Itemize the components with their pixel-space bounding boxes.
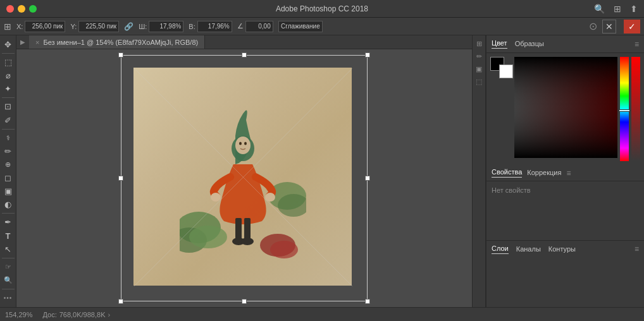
properties-content: Нет свойств [486, 181, 644, 199]
handle-top-center[interactable] [242, 52, 247, 58]
canvas-area[interactable]: ▶ × Без имени–1 @ 154% (E8faf79XoAMjqJi,… [16, 35, 472, 307]
h-label: В: [189, 23, 195, 30]
snap-icon[interactable]: ⊙ [589, 20, 597, 32]
color-gradient-picker[interactable] [514, 57, 617, 158]
right-tool-3[interactable]: ▣ [473, 63, 485, 75]
tool-gradient[interactable]: ▣ [1, 185, 15, 198]
tab-properties[interactable]: Свойства [492, 168, 522, 178]
transform-icon: ⊞ [4, 21, 11, 32]
w-field-group: Ш: [139, 21, 183, 32]
tool-brush[interactable]: ✏ [1, 145, 15, 158]
tool-eraser[interactable]: ◻ [1, 171, 15, 185]
tab-scroll-left[interactable]: ▶ [16, 35, 29, 49]
share-icon[interactable]: ⬆ [630, 4, 638, 14]
x-input[interactable] [25, 21, 65, 32]
svg-point-10 [244, 142, 247, 145]
handle-top-right[interactable] [365, 52, 370, 58]
link-icon: 🔗 [124, 22, 133, 31]
separator [2, 53, 15, 54]
tab-paths[interactable]: Контуры [548, 244, 576, 254]
title-bar: Adobe Photoshop CC 2018 🔍 ⊞ ⬆ [0, 0, 644, 18]
cancel-icon: ✕ [605, 21, 613, 32]
commit-button[interactable]: ✓ [624, 20, 640, 33]
right-tool-1[interactable]: ⊞ [473, 38, 485, 49]
title-bar-actions: 🔍 ⊞ ⬆ [594, 4, 638, 14]
right-panel: Цвет Образцы ≡ [486, 35, 644, 307]
tool-marquee[interactable]: ⬚ [1, 56, 15, 69]
app-title: Adobe Photoshop CC 2018 [276, 4, 368, 13]
w-label: Ш: [139, 23, 147, 30]
svg-point-11 [211, 193, 221, 202]
tool-patch[interactable]: ⚕ [1, 131, 15, 145]
no-properties-label: Нет свойств [492, 186, 531, 194]
doc-arrow[interactable]: › [108, 311, 110, 318]
right-tool-2[interactable]: ✏ [473, 51, 485, 62]
maximize-button[interactable] [29, 5, 37, 13]
doc-info: Дос: 768,0K/988,8K › [42, 311, 110, 318]
cancel-button[interactable]: ✕ [602, 20, 616, 33]
y-field-group: Y: [70, 21, 119, 32]
properties-header: Свойства Коррекция ≡ [486, 165, 644, 181]
tool-text[interactable]: T [1, 229, 15, 242]
tool-stamp[interactable]: ⊕ [1, 158, 15, 171]
hue-slider[interactable] [619, 109, 630, 112]
tab-channels[interactable]: Каналы [516, 244, 541, 254]
tab-close[interactable]: × [35, 39, 39, 46]
handle-bottom-center[interactable] [242, 299, 247, 304]
document-tab[interactable]: × Без имени–1 @ 154% (E8faf79XoAMjqJi, R… [29, 35, 205, 49]
tab-swatches[interactable]: Образцы [515, 40, 544, 49]
svg-point-2 [189, 226, 227, 248]
layers-area [486, 257, 644, 307]
minimize-button[interactable] [18, 5, 25, 13]
tool-pen[interactable]: ✒ [1, 215, 15, 229]
h-input[interactable] [197, 21, 232, 32]
handle-right-center[interactable] [365, 176, 370, 181]
tab-layers[interactable]: Слои [492, 243, 509, 254]
y-input[interactable] [78, 21, 119, 32]
tool-move[interactable]: ✥ [1, 38, 15, 51]
tool-crop[interactable]: ⊡ [1, 100, 15, 113]
close-button[interactable] [6, 5, 14, 13]
tool-hand[interactable]: ☞ [1, 260, 15, 274]
alpha-bar[interactable] [631, 57, 640, 161]
tab-color[interactable]: Цвет [492, 39, 507, 49]
tool-zoom[interactable]: 🔍 [1, 274, 15, 287]
more-tools[interactable]: ••• [1, 291, 15, 305]
color-panel-menu-icon[interactable]: ≡ [635, 40, 639, 49]
angle-input[interactable] [245, 21, 273, 32]
tool-wand[interactable]: ✦ [1, 82, 15, 95]
svg-rect-14 [244, 218, 251, 240]
handle-left-center[interactable] [118, 176, 123, 181]
commit-icon: ✓ [628, 21, 636, 32]
separator [2, 258, 15, 258]
w-input[interactable] [149, 21, 183, 32]
left-toolbar: ✥ ⬚ ⌀ ✦ ⊡ ✐ ⚕ ✏ ⊕ ◻ ▣ ◐ ✒ T ↖ ☞ 🔍 ••• [0, 35, 16, 307]
canvas-image [133, 68, 352, 286]
fg-bg-swatches [490, 57, 511, 161]
svg-point-9 [239, 142, 242, 145]
handle-bottom-right[interactable] [365, 299, 370, 304]
tool-eyedrop[interactable]: ✐ [1, 114, 15, 127]
angle-field-group: ∠ [237, 21, 273, 32]
layers-panel-menu-icon[interactable]: ≡ [635, 245, 639, 253]
separator [2, 289, 15, 289]
interpolation-input[interactable] [278, 21, 323, 32]
background-swatch[interactable] [499, 64, 513, 78]
properties-menu-icon[interactable]: ≡ [566, 169, 571, 178]
tool-lasso[interactable]: ⌀ [1, 69, 15, 82]
svg-point-16 [241, 238, 254, 245]
main-area: ✥ ⬚ ⌀ ✦ ⊡ ✐ ⚕ ✏ ⊕ ◻ ▣ ◐ ✒ T ↖ ☞ 🔍 ••• ▶ … [0, 35, 644, 307]
tool-arrow[interactable]: ↖ [1, 243, 15, 256]
right-tool-4[interactable]: ⬚ [473, 76, 485, 87]
tab-label: Без имени–1 @ 154% (E8faf79XoAMjqJi, RGB… [43, 39, 198, 46]
panels-icon[interactable]: ⊞ [614, 4, 621, 14]
canvas-content[interactable]: ⟳ 0,0° [16, 49, 472, 307]
handle-top-left[interactable] [118, 52, 123, 58]
tool-burn[interactable]: ◐ [1, 198, 15, 211]
tab-correction[interactable]: Коррекция [527, 169, 561, 178]
doc-size: 768,0K/988,8K [59, 311, 106, 318]
transform-container[interactable]: ⟳ 0,0° [121, 55, 368, 301]
handle-bottom-left[interactable] [118, 299, 123, 304]
search-icon[interactable]: 🔍 [594, 4, 605, 14]
hue-bar[interactable] [620, 57, 629, 161]
